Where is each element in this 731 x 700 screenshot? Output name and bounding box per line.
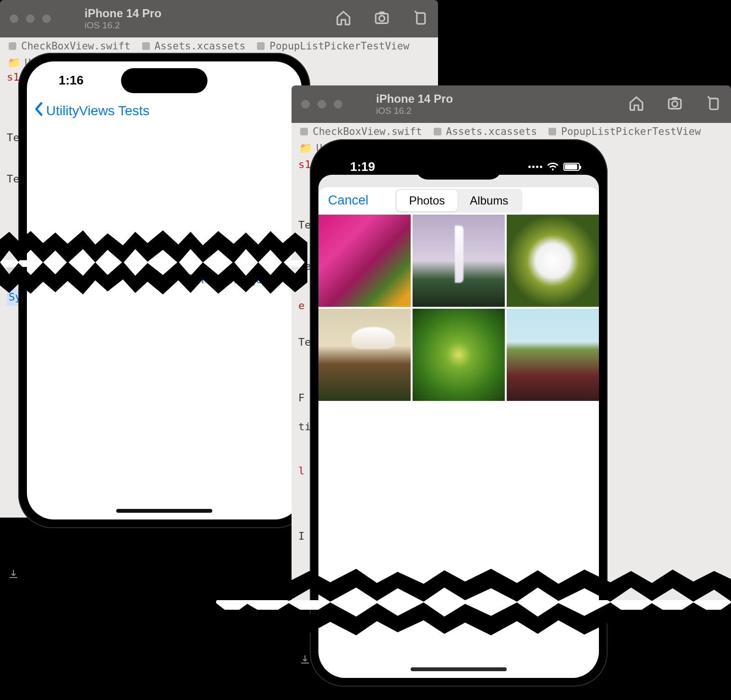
- cellular-signal-icon: [528, 166, 542, 168]
- simulator-window-right: iPhone 14 Pro iOS 16.2 CheckBoxView.swif…: [292, 85, 731, 123]
- dynamic-island: [415, 155, 502, 180]
- svg-point-4: [672, 101, 677, 107]
- xcode-tab-label: PopupListPickerTestView: [269, 40, 409, 52]
- simulator-titlebar: iPhone 14 Pro iOS 16.2: [0, 0, 438, 37]
- xcode-tab-label: CheckBoxView.swift: [21, 40, 131, 52]
- traffic-minimize-icon[interactable]: [317, 100, 326, 109]
- assets-file-icon: [142, 42, 150, 50]
- wifi-icon: [547, 162, 559, 171]
- xcode-tab[interactable]: CheckBoxView.swift: [9, 40, 131, 52]
- svg-rect-5: [710, 98, 718, 109]
- xcode-tab-label: Assets.xcassets: [446, 126, 537, 137]
- swift-file-icon: [548, 128, 556, 135]
- window-traffic-lights[interactable]: [301, 100, 342, 109]
- traffic-zoom-icon[interactable]: [42, 14, 51, 23]
- xcode-tab[interactable]: PopupListPickerTestView: [548, 126, 701, 137]
- traffic-close-icon[interactable]: [10, 14, 18, 23]
- traffic-zoom-icon[interactable]: [334, 100, 342, 109]
- xcode-tab-label: PopupListPickerTestView: [561, 126, 701, 137]
- simulator-window-left: iPhone 14 Pro iOS 16.2 CheckBoxView.swif…: [0, 0, 438, 37]
- photo-thumbnail[interactable]: [507, 215, 599, 307]
- xcode-tab-label: CheckBoxView.swift: [313, 126, 422, 137]
- segment-photos[interactable]: Photos: [397, 190, 458, 211]
- traffic-close-icon[interactable]: [301, 100, 310, 109]
- download-icon[interactable]: [8, 568, 19, 580]
- traffic-minimize-icon[interactable]: [26, 14, 35, 23]
- screenshot-icon[interactable]: [667, 95, 683, 113]
- xcode-tab[interactable]: CheckBoxView.swift: [300, 126, 422, 137]
- rotate-icon[interactable]: [705, 95, 721, 113]
- home-indicator[interactable]: [411, 667, 507, 671]
- chevron-left-icon: [34, 102, 43, 120]
- photo-thumbnail[interactable]: [318, 215, 411, 307]
- xcode-tab[interactable]: PopupListPickerTestView: [257, 40, 409, 52]
- status-time: 1:19: [350, 159, 375, 174]
- status-time: 1:16: [59, 73, 84, 88]
- xcode-tab-label: Assets.xcassets: [155, 40, 246, 52]
- download-icon[interactable]: [299, 654, 311, 665]
- xcode-tab[interactable]: Assets.xcassets: [434, 126, 537, 137]
- dynamic-island: [121, 68, 207, 93]
- simulator-device-name: iPhone 14 Pro: [376, 92, 453, 106]
- simulator-os-version: iOS 16.2: [85, 20, 161, 31]
- simulator-os-version: iOS 16.2: [376, 106, 453, 116]
- svg-point-1: [379, 16, 384, 21]
- nav-back-title: UtilityViews Tests: [46, 103, 149, 119]
- folder-icon: 📁: [299, 142, 312, 154]
- cancel-button[interactable]: Cancel: [328, 193, 368, 208]
- swift-file-icon: [300, 128, 308, 135]
- home-icon[interactable]: [628, 95, 645, 113]
- simulator-device-name: iPhone 14 Pro: [85, 7, 161, 20]
- svg-rect-2: [417, 13, 425, 24]
- window-traffic-lights[interactable]: [10, 14, 51, 23]
- xcode-tab[interactable]: Assets.xcassets: [142, 40, 246, 52]
- picker-segmented-control[interactable]: Photos Albums: [395, 189, 523, 213]
- nav-back-button[interactable]: UtilityViews Tests: [27, 99, 302, 127]
- swift-file-icon: [257, 42, 265, 50]
- swift-file-icon: [9, 42, 16, 50]
- photo-grid: [318, 215, 599, 401]
- folder-icon: 📁: [8, 57, 21, 69]
- photo-thumbnail[interactable]: [413, 309, 505, 401]
- photo-thumbnail[interactable]: [318, 309, 411, 401]
- home-icon[interactable]: [335, 10, 352, 28]
- battery-icon: [563, 163, 580, 171]
- rotate-icon[interactable]: [412, 10, 428, 28]
- photo-thumbnail[interactable]: [413, 215, 505, 307]
- simulator-titlebar: iPhone 14 Pro iOS 16.2: [292, 85, 731, 123]
- screenshot-icon[interactable]: [374, 10, 390, 28]
- home-indicator[interactable]: [116, 509, 212, 513]
- segment-albums[interactable]: Albums: [457, 190, 521, 211]
- photo-thumbnail[interactable]: [507, 309, 599, 401]
- assets-file-icon: [434, 128, 441, 135]
